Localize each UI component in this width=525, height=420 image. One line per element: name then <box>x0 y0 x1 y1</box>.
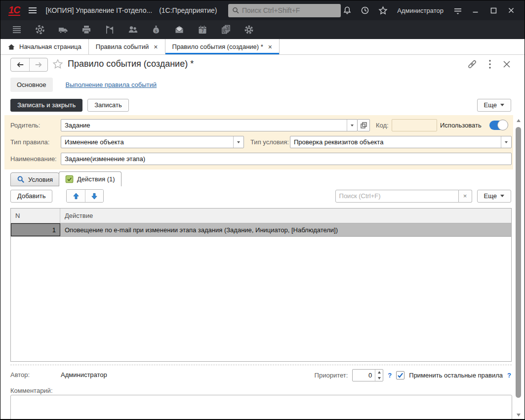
save-button[interactable]: Записать <box>87 99 129 112</box>
back-button[interactable] <box>11 58 29 71</box>
sections-list-icon[interactable] <box>11 24 23 36</box>
table-more-button[interactable]: Еще <box>477 190 511 203</box>
scrollbar-track[interactable] <box>515 124 522 412</box>
check-icon <box>397 372 404 378</box>
1c-logo: 1С <box>8 5 20 16</box>
add-action-button[interactable]: Добавить <box>10 190 52 203</box>
name-label: Наименование: <box>10 153 57 165</box>
column-header-action[interactable]: Действие <box>60 209 97 223</box>
main-menu-icon[interactable] <box>27 5 38 16</box>
condition-type-combo[interactable]: Проверка реквизитов объекта <box>290 136 512 148</box>
rule-type-combo[interactable]: Изменение объекта <box>61 136 244 148</box>
comment-textarea[interactable] <box>10 395 512 420</box>
rule-type-value: Изменение объекта <box>61 138 233 146</box>
priority-spinner[interactable]: 0 <box>352 369 383 381</box>
use-toggle[interactable] <box>489 121 508 130</box>
favorite-star-icon[interactable] <box>52 58 64 70</box>
table-row[interactable]: 1 Оповещение по e-mail при изменении эта… <box>11 223 511 237</box>
checkbox-green-icon <box>65 175 74 183</box>
settings-gear-icon[interactable] <box>243 24 255 36</box>
move-down-button[interactable] <box>85 190 103 202</box>
close-form-icon[interactable] <box>502 60 511 69</box>
app-title: [КОПИЯ] Управление IT-отдело... <box>46 6 153 14</box>
minimize-button[interactable] <box>469 4 482 17</box>
money-bag-icon[interactable]: $ <box>150 24 162 36</box>
row-number-cell[interactable]: 1 <box>11 223 60 236</box>
service-settings-icon[interactable] <box>451 4 464 17</box>
chevron-down-icon <box>351 125 354 126</box>
chevron-down-icon <box>500 195 504 197</box>
parent-dropdown-button[interactable] <box>347 120 357 131</box>
spin-down-button[interactable] <box>375 376 383 381</box>
close-tab-icon[interactable]: × <box>268 43 272 51</box>
tab-actions[interactable]: Действия (1) <box>59 171 121 186</box>
calendar-icon[interactable]: 7 <box>197 24 208 36</box>
tab-home[interactable]: Начальная страница <box>0 39 89 54</box>
tab-conditions-label: Условия <box>28 176 53 183</box>
vertical-scrollbar <box>515 117 522 419</box>
tab-label: Правило события (создание) * <box>172 43 263 50</box>
search-icon <box>232 6 239 14</box>
notifications-bell-icon[interactable] <box>341 4 354 17</box>
condition-type-dropdown-button[interactable] <box>501 136 511 148</box>
chevron-down-icon <box>505 141 508 143</box>
magnifier-icon <box>17 175 25 183</box>
command-bar: Записать и закрыть Записать Еще <box>10 98 511 112</box>
more-menu-dots-icon[interactable] <box>488 59 491 69</box>
toggle-knob <box>497 120 508 130</box>
priority-help-link[interactable]: ? <box>388 372 392 379</box>
users-icon[interactable] <box>127 24 139 36</box>
apply-rest-checkbox[interactable] <box>396 371 404 379</box>
tab-event-rule-new[interactable]: Правило события (создание) * × <box>165 39 280 54</box>
sections-toolbar: $ 7 <box>0 20 525 39</box>
tab-event-rules-list[interactable]: Правила событий × <box>89 39 165 54</box>
favorites-star-icon[interactable] <box>376 4 389 17</box>
global-search[interactable] <box>228 4 341 17</box>
clear-search-icon[interactable]: × <box>459 190 472 203</box>
delivery-truck-icon[interactable] <box>57 24 69 36</box>
apply-rest-label: Применить остальные правила <box>409 372 503 379</box>
maximize-button[interactable] <box>487 4 500 17</box>
tab-conditions[interactable]: Условия <box>10 172 59 186</box>
save-and-close-button[interactable]: Записать и закрыть <box>10 99 82 112</box>
footer-right-group: Приоритет: 0 ? Применить остальные прави… <box>315 369 511 381</box>
more-button[interactable]: Еще <box>477 99 511 112</box>
forward-button[interactable] <box>29 58 47 71</box>
spin-up-button[interactable] <box>375 370 383 376</box>
rule-type-dropdown-button[interactable] <box>233 136 243 148</box>
app-window: 1С [КОПИЯ] Управление IT-отдело... (1С:П… <box>0 0 525 420</box>
nav-execution-link[interactable]: Выполнение правила событий <box>66 81 157 88</box>
nav-main-current[interactable]: Основное <box>10 78 53 92</box>
form-page: Правило события (создание) * Основное Вы… <box>0 55 525 420</box>
printer-icon[interactable] <box>81 24 92 36</box>
splitter[interactable] <box>10 365 512 365</box>
close-tab-icon[interactable]: × <box>154 43 158 51</box>
close-window-button[interactable] <box>505 4 518 17</box>
current-user[interactable]: Администратор <box>397 7 444 14</box>
scroll-down-arrow[interactable] <box>515 412 522 419</box>
mail-icon[interactable] <box>173 24 185 36</box>
documents-copy-icon[interactable] <box>220 24 232 36</box>
table-search-input[interactable] <box>335 190 459 203</box>
get-link-icon[interactable] <box>467 59 478 70</box>
apply-rest-help-link[interactable]: ? <box>507 372 511 379</box>
scrollbar-thumb[interactable] <box>516 127 521 398</box>
row-action-cell[interactable]: Оповещение по e-mail при изменении этапа… <box>60 223 511 236</box>
move-up-button[interactable] <box>67 190 85 202</box>
tab-home-label: Начальная страница <box>19 43 81 50</box>
scroll-up-arrow[interactable] <box>515 117 522 124</box>
history-icon[interactable] <box>359 4 371 17</box>
platform-label: (1С:Предприятие) <box>159 6 217 14</box>
workspace-tabbar: Начальная страница Правила событий × Пра… <box>0 39 525 55</box>
column-header-n[interactable]: N <box>11 209 60 223</box>
flags-icon[interactable] <box>104 24 116 36</box>
use-label: Использовать <box>440 119 482 131</box>
priority-value[interactable]: 0 <box>353 370 375 381</box>
name-field[interactable]: Задание(изменение этапа) <box>61 153 512 165</box>
chevron-down-icon <box>237 141 240 143</box>
support-lifebuoy-icon[interactable] <box>34 24 46 36</box>
global-search-input[interactable] <box>242 6 337 14</box>
parent-open-button[interactable] <box>357 119 370 131</box>
parent-field[interactable]: Задание <box>61 119 358 131</box>
history-nav-group <box>10 58 48 72</box>
